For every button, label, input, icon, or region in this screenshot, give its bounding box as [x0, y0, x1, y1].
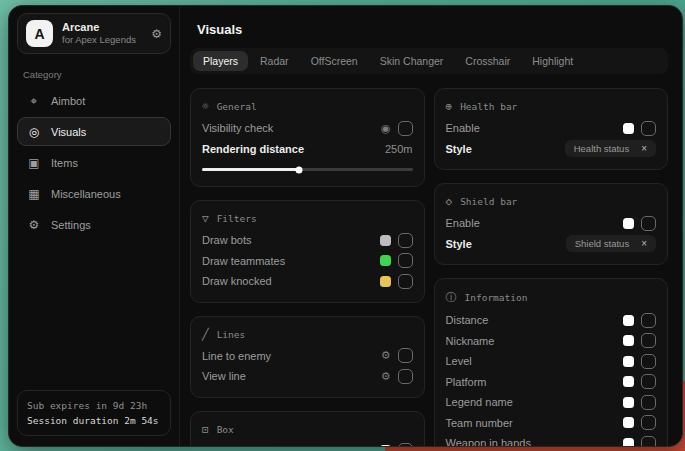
row-controls — [623, 395, 656, 410]
color-swatch[interactable] — [380, 235, 391, 246]
panel-header-health-bar: ⊕Health bar — [446, 100, 657, 113]
row-draw-bots: Draw bots — [202, 230, 413, 251]
color-swatch[interactable] — [623, 376, 634, 387]
row-label: Draw knocked — [202, 275, 272, 287]
row-enable: Enable — [446, 213, 657, 234]
main-content: Visuals PlayersRadarOffScreenSkin Change… — [180, 6, 682, 446]
row-label: Draw teammates — [202, 255, 285, 267]
left-column: ☼GeneralVisibility check◉Rendering dista… — [190, 88, 425, 446]
close-icon[interactable]: × — [641, 143, 647, 154]
right-column: ⊕Health barEnableStyleHealth status×◇Shi… — [434, 88, 669, 446]
row-label: Enable — [446, 217, 480, 229]
color-swatch[interactable] — [623, 315, 634, 326]
style-select-tag[interactable]: Shield status× — [566, 235, 656, 252]
sidebar-item-items[interactable]: ▣Items — [17, 148, 171, 177]
row-controls — [623, 313, 656, 328]
checkbox[interactable] — [398, 233, 413, 248]
row-view-line: View line⚙ — [202, 366, 413, 387]
app-title-block: Arcane for Apex Legends — [62, 21, 136, 47]
cube-icon: ▣ — [27, 156, 41, 170]
color-swatch[interactable] — [623, 123, 634, 134]
shield-icon: ◇ — [446, 195, 453, 208]
tab-offscreen[interactable]: OffScreen — [301, 51, 368, 71]
checkbox[interactable] — [398, 121, 413, 136]
sidebar-item-settings[interactable]: ⚙Settings — [17, 210, 171, 239]
app-logo: A — [26, 20, 53, 47]
sidebar-item-visuals[interactable]: ◎Visuals — [17, 117, 171, 146]
gear-icon[interactable]: ⚙ — [381, 350, 391, 361]
session-duration-text: Session duration 2m 54s — [27, 413, 161, 428]
sidebar-item-aimbot[interactable]: ⌖Aimbot — [17, 86, 171, 115]
gear-icon[interactable]: ⚙ — [381, 371, 391, 382]
row-distance: Distance — [446, 310, 657, 331]
tab-players[interactable]: Players — [193, 51, 248, 71]
style-select-tag[interactable]: Health status× — [565, 140, 656, 157]
checkbox[interactable] — [641, 216, 656, 231]
panel-header-general: ☼General — [202, 100, 413, 113]
panel-header-box: ⊡Box — [202, 423, 413, 436]
row-label: Weapon in hands — [446, 437, 531, 446]
color-swatch[interactable] — [623, 335, 634, 346]
eye-icon[interactable]: ◉ — [381, 123, 391, 134]
row-line-to-enemy: Line to enemy⚙ — [202, 346, 413, 367]
panel-title: Lines — [217, 329, 246, 340]
row-draw-teammates: Draw teammates — [202, 251, 413, 272]
page-title: Visuals — [197, 22, 668, 37]
panel-title: Box — [217, 424, 234, 435]
row-label: Line to enemy — [202, 350, 271, 362]
app-subtitle: for Apex Legends — [62, 34, 136, 46]
grid-icon: ▦ — [27, 187, 41, 201]
checkbox[interactable] — [641, 333, 656, 348]
checkbox[interactable] — [641, 374, 656, 389]
close-icon[interactable]: × — [641, 238, 647, 249]
row-rendering-distance: Rendering distance250m — [202, 139, 413, 160]
panel-header-lines: ╱Lines — [202, 328, 413, 341]
row-nickname: Nickname — [446, 331, 657, 352]
panel-filters: ▽FiltersDraw botsDraw teammatesDraw knoc… — [190, 200, 425, 303]
sidebar-item-miscellaneous[interactable]: ▦Miscellaneous — [17, 179, 171, 208]
color-swatch[interactable] — [623, 397, 634, 408]
sidebar-item-label: Aimbot — [51, 95, 85, 107]
tag-label: Health status — [574, 143, 629, 154]
panel-title: Health bar — [460, 101, 517, 112]
tab-highlight[interactable]: Highlight — [522, 51, 583, 71]
checkbox[interactable] — [398, 253, 413, 268]
panel-health-bar: ⊕Health barEnableStyleHealth status× — [434, 88, 669, 170]
color-swatch[interactable] — [380, 255, 391, 266]
row-label: Enable — [446, 122, 480, 134]
color-swatch[interactable] — [623, 438, 634, 446]
checkbox[interactable] — [398, 274, 413, 289]
rendering-distance-slider[interactable] — [202, 168, 413, 171]
row-label: Enable — [202, 445, 236, 446]
row-level: Level — [446, 351, 657, 372]
row-label: Nickname — [446, 335, 495, 347]
checkbox[interactable] — [641, 415, 656, 430]
checkbox[interactable] — [398, 369, 413, 384]
checkbox[interactable] — [641, 354, 656, 369]
color-swatch[interactable] — [380, 445, 391, 446]
row-controls — [380, 443, 413, 446]
color-swatch[interactable] — [623, 417, 634, 428]
checkbox[interactable] — [641, 121, 656, 136]
row-label: Visibility check — [202, 122, 273, 134]
checkbox[interactable] — [641, 313, 656, 328]
slider-thumb[interactable] — [295, 166, 302, 173]
checkbox[interactable] — [641, 436, 656, 446]
sidebar-item-label: Miscellaneous — [51, 188, 121, 200]
tab-crosshair[interactable]: Crosshair — [455, 51, 520, 71]
color-swatch[interactable] — [380, 276, 391, 287]
color-swatch[interactable] — [623, 356, 634, 367]
row-controls — [623, 354, 656, 369]
tab-radar[interactable]: Radar — [250, 51, 299, 71]
checkbox[interactable] — [398, 348, 413, 363]
row-controls: Health status× — [565, 140, 656, 157]
tab-skin-changer[interactable]: Skin Changer — [370, 51, 454, 71]
category-label: Category — [23, 69, 165, 80]
row-controls — [380, 274, 413, 289]
checkbox[interactable] — [398, 443, 413, 446]
color-swatch[interactable] — [623, 218, 634, 229]
gear-icon[interactable]: ⚙ — [151, 27, 162, 41]
checkbox[interactable] — [641, 395, 656, 410]
row-controls — [623, 216, 656, 231]
row-label: Level — [446, 355, 472, 367]
